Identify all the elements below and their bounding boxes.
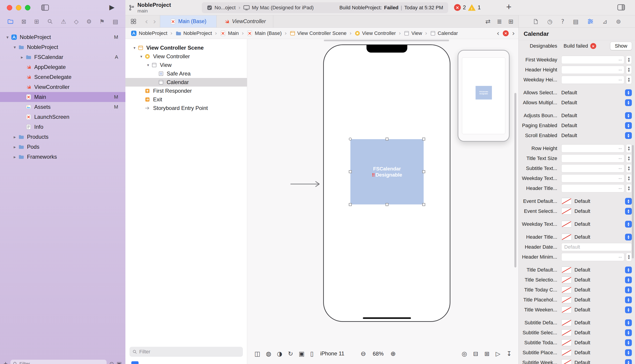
title-selectio-popup[interactable]: Default▲▼ — [561, 276, 632, 284]
paging-enabled-popup[interactable]: Default▲▼ — [561, 121, 632, 130]
navigator-item-frameworks[interactable]: ▸Frameworks — [0, 152, 125, 162]
subtitle-selec-popup[interactable]: Default▲▼ — [561, 328, 632, 337]
jumpbar-item-view-controller-scene[interactable]: View Controller Scene — [290, 30, 347, 36]
device-name-button[interactable]: iPhone 11 — [320, 350, 344, 357]
navigator-item-nobleproject[interactable]: ▾NobleProject — [0, 42, 125, 52]
add-file-button[interactable]: + — [4, 360, 8, 364]
popup-chevrons-icon[interactable]: ▲▼ — [625, 359, 632, 364]
navigator-filter-field[interactable]: Filter — [11, 360, 107, 364]
allows-multipl-popup[interactable]: Default▲▼ — [561, 98, 632, 107]
outline-item-calendar[interactable]: Calendar — [125, 78, 247, 86]
selection-handle-br[interactable] — [422, 203, 425, 206]
report-navigator-tab[interactable]: ▤ — [113, 18, 118, 25]
jumpbar-item-main-base[interactable]: Main (Base) — [247, 30, 282, 36]
selection-handle-tr[interactable] — [422, 138, 425, 140]
popup-chevrons-icon[interactable]: ▲▼ — [625, 266, 632, 273]
activity-view[interactable]: No...oject › My Mac (Designed for iPad) … — [202, 2, 448, 13]
size-inspector-tab[interactable]: ⊿ — [602, 18, 607, 25]
outline-item-safe-area[interactable]: Safe Area — [125, 69, 247, 78]
disclosure-icon[interactable]: ▾ — [12, 45, 18, 50]
color-well[interactable] — [561, 339, 572, 346]
disclosure-icon[interactable]: ▾ — [132, 46, 137, 50]
jumpbar-item-calendar[interactable]: Calendar — [430, 30, 458, 36]
disclosure-icon[interactable]: ▸ — [12, 134, 18, 140]
navigator-item-nobleproject[interactable]: ▾NobleProjectM — [0, 32, 125, 42]
editor-tab-main-base[interactable]: Main (Base) — [160, 16, 217, 28]
color-well[interactable] — [561, 319, 572, 326]
back-button[interactable]: ‹ — [145, 17, 148, 26]
outline-item-view[interactable]: ▾View — [125, 61, 247, 69]
popup-chevrons-icon[interactable]: ▲▼ — [625, 89, 632, 96]
previous-issue-icon[interactable]: ‹ — [497, 29, 499, 37]
row-height-stepper[interactable]: ▲▼ — [626, 144, 632, 153]
toggle-navigator-icon[interactable] — [41, 4, 49, 11]
outline-item-storyboard-entry-point[interactable]: Storyboard Entry Point — [125, 104, 247, 112]
add-editor-icon[interactable]: ⊞ — [508, 18, 513, 25]
allows-select-popup[interactable]: Default▲▼ — [561, 88, 632, 97]
subtitle-toda-popup[interactable]: Default▲▼ — [561, 338, 632, 347]
forward-button[interactable]: › — [153, 17, 156, 26]
next-issue-icon[interactable]: › — [512, 29, 515, 37]
subtitle-text-stepper[interactable]: ▲▼ — [626, 164, 632, 173]
popup-chevrons-icon[interactable]: ▲▼ — [625, 349, 632, 356]
adaptation-icon[interactable]: ▣ — [299, 350, 305, 357]
resolve-layout-icon[interactable]: ▷ — [496, 350, 500, 357]
show-button[interactable]: Show — [610, 42, 632, 50]
event-selecti-popup[interactable]: Default▲▼ — [561, 207, 632, 216]
color-well[interactable] — [561, 198, 572, 205]
adjusts-boun-popup[interactable]: Default▲▼ — [561, 111, 632, 120]
color-well[interactable] — [561, 349, 572, 356]
first-weekday-stepper[interactable]: ▲▼ — [626, 56, 632, 64]
navigator-item-assets[interactable]: AssetsM — [0, 102, 125, 112]
popup-chevrons-icon[interactable]: ▲▼ — [625, 276, 632, 283]
weekday-hei-field[interactable]: -- — [561, 76, 624, 84]
inspector-scrollbar[interactable] — [632, 145, 634, 258]
popup-chevrons-icon[interactable]: ▲▼ — [625, 112, 632, 119]
subtitle-place-popup[interactable]: Default▲▼ — [561, 348, 632, 357]
embed-icon[interactable]: ↧ — [506, 350, 512, 357]
debug-navigator-tab[interactable]: ⚙ — [86, 18, 92, 25]
editor-tab-viewcontroller[interactable]: ViewController — [217, 16, 273, 28]
navigator-item-viewcontroller[interactable]: ViewController — [0, 82, 125, 92]
color-well[interactable] — [561, 276, 572, 283]
event-default-popup[interactable]: Default▲▼ — [561, 197, 632, 206]
selection-handle-mr[interactable] — [422, 170, 425, 173]
find-navigator-tab[interactable] — [47, 18, 53, 24]
navigator-item-appdelegate[interactable]: AppDelegate — [0, 62, 125, 72]
disclosure-icon[interactable]: ▾ — [145, 63, 151, 67]
project-navigator-tab[interactable] — [7, 18, 14, 25]
outline-item-view-controller-scene[interactable]: ▾View Controller Scene — [125, 44, 247, 52]
navigator-item-main[interactable]: MainM — [0, 92, 125, 102]
selection-handle-tl[interactable] — [349, 138, 352, 140]
jumpbar-item-nobleproject[interactable]: NobleProject — [131, 30, 167, 36]
title-text-size-field[interactable]: -- — [561, 154, 624, 162]
run-button[interactable]: ▶ — [109, 3, 115, 11]
row-height-field[interactable]: -- — [561, 144, 624, 152]
add-constraints-icon[interactable]: ⊞ — [484, 350, 490, 357]
outline-toggle-chip[interactable] — [131, 361, 139, 364]
selection-handle-ml[interactable] — [349, 170, 352, 173]
add-tab-button[interactable]: + — [506, 2, 511, 12]
popup-chevrons-icon[interactable]: ▲▼ — [625, 198, 632, 205]
identity-inspector-tab[interactable]: ▤ — [573, 18, 578, 25]
title-placehol-popup[interactable]: Default▲▼ — [561, 296, 632, 304]
align-icon[interactable]: ⊟ — [473, 350, 478, 357]
color-well[interactable] — [561, 234, 572, 240]
subtitle-week-popup[interactable]: Default▲▼ — [561, 358, 632, 364]
zoom-out-icon[interactable]: ⊖ — [361, 350, 366, 358]
color-well[interactable] — [561, 329, 572, 336]
navigator-item-products[interactable]: ▸Products — [0, 132, 125, 142]
vertical-scrollbar[interactable] — [514, 93, 516, 268]
selection-handle-bm[interactable] — [386, 203, 388, 206]
scroll-enabled-popup[interactable]: Default▲▼ — [561, 131, 632, 140]
jumpbar-item-main[interactable]: Main — [220, 30, 239, 36]
jumpbar-item-view[interactable]: View — [404, 30, 422, 36]
outline-filter-field[interactable]: Filter — [130, 347, 243, 357]
header-height-stepper[interactable]: ▲▼ — [626, 66, 632, 74]
editor-options-icon[interactable]: ≣ — [497, 18, 502, 25]
destination-name[interactable]: My Mac (Designed for iPad) — [252, 5, 314, 11]
color-well[interactable] — [561, 359, 572, 364]
header-minim-stepper[interactable]: ▲▼ — [626, 253, 632, 261]
disclosure-icon[interactable]: ▸ — [12, 154, 18, 159]
outline-item-view-controller[interactable]: ▾View Controller — [125, 52, 247, 61]
